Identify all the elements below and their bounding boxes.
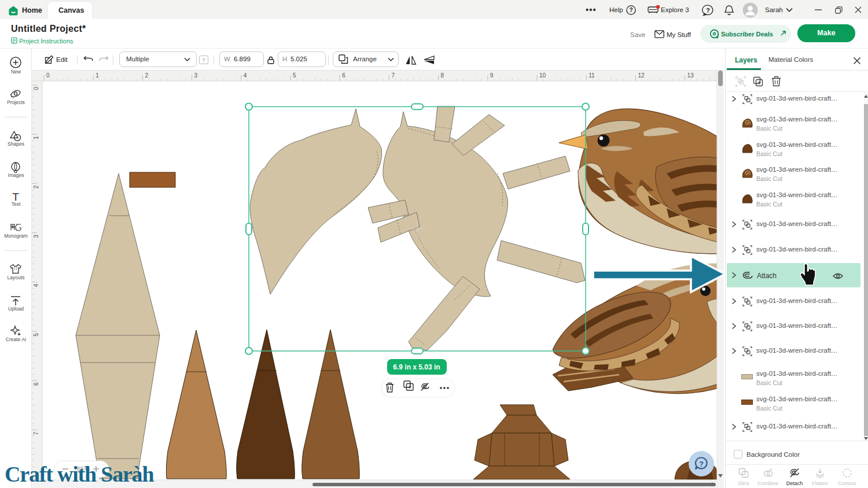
svg-text:8: 8 — [441, 72, 444, 79]
svg-text:10: 10 — [539, 72, 546, 79]
svg-text:7: 7 — [391, 72, 395, 79]
svg-text:5: 5 — [293, 72, 296, 79]
svg-text:?: ? — [706, 7, 709, 14]
svg-text:6: 6 — [33, 382, 39, 386]
svg-text:9: 9 — [490, 72, 494, 79]
svg-text:3: 3 — [33, 234, 39, 238]
svg-text:?: ? — [629, 7, 632, 13]
svg-text:0: 0 — [33, 87, 39, 90]
svg-text:?: ? — [699, 460, 704, 468]
svg-text:1: 1 — [95, 72, 99, 79]
svg-text:12: 12 — [638, 72, 645, 79]
svg-text:1: 1 — [33, 136, 39, 139]
svg-text:5: 5 — [33, 333, 39, 337]
svg-text:3: 3 — [194, 72, 198, 79]
svg-text:6: 6 — [342, 72, 345, 79]
svg-text:4: 4 — [33, 284, 39, 287]
svg-text:0: 0 — [46, 72, 50, 79]
svg-text:6.9 in x 5.03 in: 6.9 in x 5.03 in — [393, 363, 440, 371]
svg-text:11: 11 — [589, 72, 595, 79]
svg-text:7: 7 — [33, 431, 39, 435]
svg-text:2: 2 — [145, 72, 148, 79]
svg-text:2: 2 — [33, 185, 39, 188]
svg-text:4: 4 — [244, 72, 247, 79]
svg-text:13: 13 — [687, 72, 694, 79]
